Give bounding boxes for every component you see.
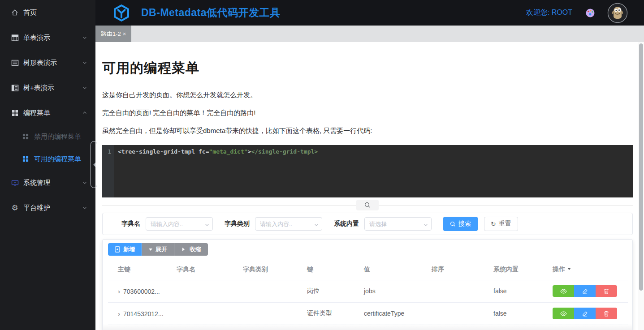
filter-label: 字典类别 — [225, 220, 250, 228]
caret-down-icon — [149, 249, 152, 253]
code-line: <tree-single-grid-tmpl fc="meta_dict"></… — [114, 145, 318, 197]
row-expand-icon[interactable]: › — [118, 287, 120, 295]
tab-route-1-2[interactable]: 路由1-2 × — [95, 26, 131, 42]
intro-paragraph-2: 完全自由的页面! 完全自由的菜单！完全自由的路由! — [102, 109, 633, 117]
eye-icon — [560, 289, 567, 294]
row-expand-icon[interactable]: › — [118, 310, 120, 317]
actions-cell — [543, 280, 628, 302]
key-cell: 岗位 — [297, 280, 354, 302]
caret-down-icon — [567, 268, 571, 272]
builtin-cell: false — [484, 302, 543, 325]
view-button[interactable] — [553, 308, 574, 319]
delete-button[interactable] — [596, 308, 617, 319]
chevron-down-icon — [82, 59, 87, 67]
chevron-down-icon — [82, 204, 87, 212]
table-bottom-fade — [103, 324, 632, 330]
sidebar-collapse-handle[interactable] — [91, 141, 97, 188]
filter-label: 字典名 — [121, 220, 140, 228]
page-title: 可用的编程菜单 — [102, 59, 633, 77]
table-toolbar: 新增 展开 收缩 — [108, 243, 627, 256]
collapse-button-label: 收缩 — [190, 245, 201, 253]
filter-panel: 字典名 字典类别 系统内置 — [102, 213, 633, 235]
col-header-pk: 主键 — [108, 259, 167, 280]
col-header-actions[interactable]: 操作 — [543, 259, 628, 280]
dict-name-cell — [167, 302, 233, 325]
sidebar-item-label: 可用的编程菜单 — [34, 155, 87, 163]
app-logo-icon — [112, 4, 130, 22]
sidebar: 首页 单表演示 树形表演示 树+表演示 — [0, 0, 95, 330]
scrollbar-thumb[interactable] — [639, 43, 643, 291]
reset-button-label: 重置 — [499, 220, 511, 228]
monitor-icon — [11, 179, 19, 187]
code-attr-value: "meta_dict" — [209, 148, 248, 155]
pk-cell: ›703600002... — [108, 280, 167, 302]
key-cell: 证件类型 — [297, 302, 354, 325]
sort-cell — [422, 280, 484, 302]
sidebar-item-label: 单表演示 — [23, 34, 82, 42]
dict-type-cell — [233, 302, 297, 325]
theme-palette-icon[interactable] — [585, 8, 596, 18]
search-icon — [450, 221, 456, 227]
gear-icon: ⚙ — [11, 204, 19, 212]
filter-label: 系统内置 — [334, 220, 359, 228]
sidebar-item-label: 系统管理 — [23, 179, 82, 187]
expand-button-label: 展开 — [156, 245, 167, 253]
sidebar-item-program-menu[interactable]: 编程菜单 — [0, 100, 95, 125]
search-toggle-button[interactable] — [356, 200, 379, 210]
sidebar-item-disabled-program-menu[interactable]: 禁用的编程菜单 — [0, 125, 95, 148]
table-row: ›7014532012... 证件类型 certificateType fals… — [108, 302, 628, 325]
builtin-cell: false — [484, 280, 543, 302]
app-header: DB-Metadata低代码开发工具 欢迎您: ROOT — [95, 0, 644, 26]
add-button[interactable]: 新增 — [108, 243, 142, 256]
dict-name-input[interactable] — [146, 217, 213, 231]
col-header-sort: 排序 — [422, 259, 484, 280]
dict-type-cell — [233, 280, 297, 302]
search-button[interactable]: 搜索 — [443, 217, 478, 231]
chevron-down-icon — [82, 84, 87, 92]
pencil-icon — [582, 311, 588, 317]
filter-dict-name: 字典名 — [121, 217, 213, 231]
col-header-key: 键 — [297, 259, 354, 280]
code-line-number: 1 — [102, 145, 114, 197]
sidebar-item-label: 编程菜单 — [23, 109, 82, 117]
sidebar-item-label: 平台维护 — [23, 204, 82, 212]
app-window: 首页 单表演示 树形表演示 树+表演示 — [0, 0, 644, 330]
chevron-down-icon — [82, 179, 87, 187]
sidebar-item-single-table[interactable]: 单表演示 — [0, 25, 95, 50]
expand-button[interactable]: 展开 — [142, 243, 174, 256]
home-icon — [11, 9, 19, 17]
tab-close-icon[interactable]: × — [123, 30, 126, 37]
builtin-select[interactable] — [364, 217, 432, 231]
data-table-panel: 新增 展开 收缩 主键 字典名 字典类别 — [102, 239, 633, 330]
sidebar-item-platform-maintenance[interactable]: ⚙ 平台维护 — [0, 195, 95, 220]
sidebar-item-tree-table[interactable]: 树形表演示 — [0, 50, 95, 75]
sidebar-item-system-management[interactable]: 系统管理 — [0, 170, 95, 195]
grid-icon — [22, 133, 30, 141]
edit-button[interactable] — [574, 308, 596, 319]
chevron-up-icon — [82, 109, 87, 117]
dict-type-input[interactable] — [255, 217, 322, 231]
tab-label: 路由1-2 — [101, 30, 121, 38]
table-icon — [11, 34, 19, 42]
welcome-text: 欢迎您: ROOT — [526, 8, 572, 17]
edit-button[interactable] — [574, 285, 596, 297]
pencil-icon — [582, 288, 588, 294]
col-header-dict-type: 字典类别 — [233, 259, 297, 280]
code-attr-name: fc= — [195, 148, 209, 155]
delete-button[interactable] — [596, 285, 617, 297]
value-cell: jobs — [354, 280, 422, 302]
sidebar-item-available-program-menu[interactable]: 可用的编程菜单 — [0, 148, 95, 170]
col-header-dict-name: 字典名 — [167, 259, 233, 280]
collapse-button[interactable]: 收缩 — [174, 243, 208, 256]
sidebar-item-label: 首页 — [23, 9, 87, 17]
trash-icon — [604, 311, 609, 317]
user-avatar[interactable] — [607, 3, 628, 23]
reset-button[interactable]: ↻ 重置 — [484, 217, 518, 231]
data-table: 主键 字典名 字典类别 键 值 排序 系统内置 操作 ›703600002... — [108, 259, 628, 325]
sidebar-item-label: 禁用的编程菜单 — [34, 133, 87, 141]
sidebar-item-home[interactable]: 首页 — [0, 0, 95, 25]
view-button[interactable] — [553, 285, 574, 297]
grid-icon — [11, 109, 19, 117]
sidebar-item-tree-plus-table[interactable]: 树+表演示 — [0, 75, 95, 100]
app-title: DB-Metadata低代码开发工具 — [141, 6, 281, 20]
